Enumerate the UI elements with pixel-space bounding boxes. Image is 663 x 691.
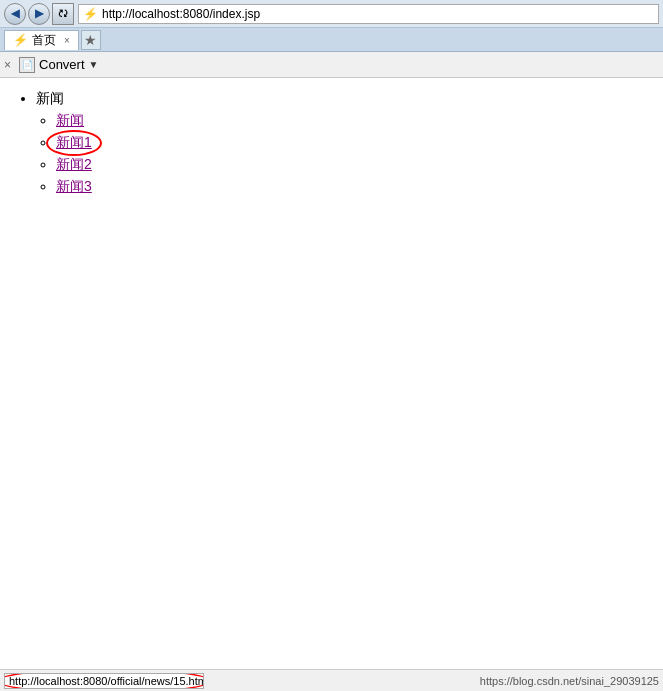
tab-bar: ⚡ 首页 × ★ [0, 28, 663, 52]
refresh-icon: 🗘 [58, 8, 68, 19]
list-item-news: 新闻 [56, 112, 647, 130]
status-bar: http://localhost:8080/official/news/15.h… [0, 669, 663, 691]
tab-homepage[interactable]: ⚡ 首页 × [4, 30, 79, 50]
back-button[interactable]: ◀ [4, 3, 26, 25]
refresh-button[interactable]: 🗘 [52, 3, 74, 25]
tab-close-button[interactable]: × [64, 35, 70, 46]
list-item-news2: 新闻2 [56, 156, 647, 174]
tab-favicon: ⚡ [13, 33, 28, 47]
main-content-area: 新闻 新闻 新闻1 新闻2 新闻3 [0, 78, 663, 669]
link-news1[interactable]: 新闻1 [56, 134, 92, 152]
tab-title: 首页 [32, 32, 56, 49]
news-label: 新闻 [36, 90, 64, 106]
ie-icon: ⚡ [83, 7, 98, 21]
convert-label: Convert [39, 57, 85, 72]
status-url: http://localhost:8080/official/news/15.h… [4, 673, 204, 689]
status-right-text: https://blog.csdn.net/sinai_29039125 [480, 675, 659, 687]
toolbar: × 📄 Convert ▼ [0, 52, 663, 78]
navigation-bar: ◀ ▶ 🗘 ⚡ http://localhost:8080/index.jsp [0, 0, 663, 28]
link-news[interactable]: 新闻 [56, 112, 84, 128]
link-news3[interactable]: 新闻3 [56, 178, 92, 194]
forward-button[interactable]: ▶ [28, 3, 50, 25]
main-list-item: 新闻 新闻 新闻1 新闻2 新闻3 [36, 90, 647, 196]
link-news2[interactable]: 新闻2 [56, 156, 92, 172]
new-tab-button[interactable]: ★ [81, 30, 101, 50]
sub-list: 新闻 新闻1 新闻2 新闻3 [56, 112, 647, 196]
address-text: http://localhost:8080/index.jsp [102, 7, 260, 21]
main-list: 新闻 新闻 新闻1 新闻2 新闻3 [36, 90, 647, 196]
convert-dropdown-arrow[interactable]: ▼ [89, 59, 99, 70]
toolbar-close-button[interactable]: × [4, 58, 11, 72]
content: 新闻 新闻 新闻1 新闻2 新闻3 [0, 78, 663, 216]
list-item-news1: 新闻1 [56, 134, 647, 152]
list-item-news3: 新闻3 [56, 178, 647, 196]
convert-icon: 📄 [19, 57, 35, 73]
address-bar[interactable]: ⚡ http://localhost:8080/index.jsp [78, 4, 659, 24]
convert-button[interactable]: 📄 Convert ▼ [19, 57, 98, 73]
